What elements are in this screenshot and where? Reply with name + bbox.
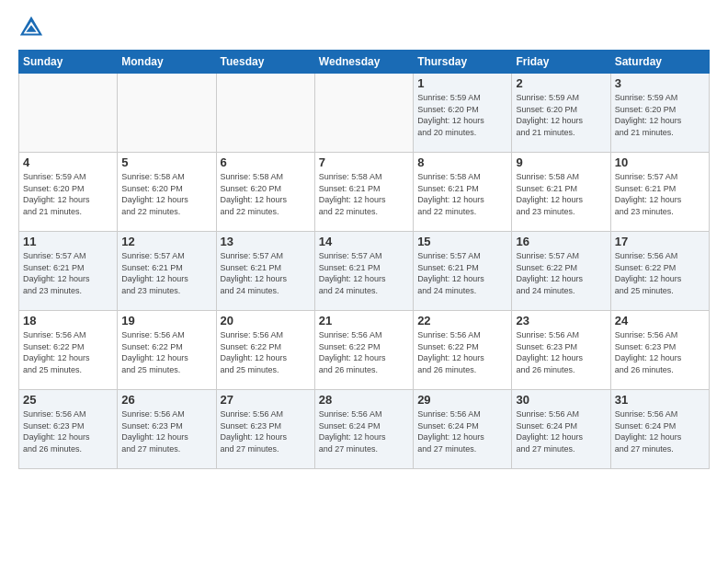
day-number: 19: [121, 314, 211, 327]
calendar-cell: 14Sunrise: 5:57 AM Sunset: 6:21 PM Dayli…: [314, 232, 413, 311]
day-info: Sunrise: 5:57 AM Sunset: 6:22 PM Dayligh…: [516, 250, 606, 296]
calendar-cell: 12Sunrise: 5:57 AM Sunset: 6:21 PM Dayli…: [118, 232, 216, 311]
calendar-week-row: 1Sunrise: 5:59 AM Sunset: 6:20 PM Daylig…: [19, 74, 710, 153]
day-info: Sunrise: 5:56 AM Sunset: 6:23 PM Dayligh…: [121, 408, 211, 454]
calendar-cell: 6Sunrise: 5:58 AM Sunset: 6:20 PM Daylig…: [216, 153, 314, 232]
day-info: Sunrise: 5:58 AM Sunset: 6:21 PM Dayligh…: [417, 171, 507, 217]
day-number: 31: [615, 393, 705, 407]
day-number: 3: [615, 76, 705, 90]
day-number: 4: [23, 155, 113, 169]
calendar-cell: 13Sunrise: 5:57 AM Sunset: 6:21 PM Dayli…: [216, 232, 314, 311]
calendar-cell: 18Sunrise: 5:56 AM Sunset: 6:22 PM Dayli…: [19, 311, 118, 390]
day-info: Sunrise: 5:58 AM Sunset: 6:21 PM Dayligh…: [516, 171, 606, 217]
day-info: Sunrise: 5:56 AM Sunset: 6:24 PM Dayligh…: [417, 408, 507, 454]
logo-icon: [18, 15, 44, 40]
calendar-cell: [118, 74, 216, 153]
day-info: Sunrise: 5:58 AM Sunset: 6:20 PM Dayligh…: [121, 171, 211, 217]
logo: [18, 15, 48, 40]
calendar-header-thursday: Thursday: [414, 51, 512, 74]
day-info: Sunrise: 5:56 AM Sunset: 6:23 PM Dayligh…: [221, 408, 311, 454]
calendar-week-row: 11Sunrise: 5:57 AM Sunset: 6:21 PM Dayli…: [19, 232, 710, 311]
day-number: 13: [221, 235, 311, 248]
calendar-cell: 29Sunrise: 5:56 AM Sunset: 6:24 PM Dayli…: [414, 390, 512, 469]
day-info: Sunrise: 5:56 AM Sunset: 6:23 PM Dayligh…: [23, 408, 113, 454]
day-number: 17: [615, 235, 705, 248]
day-info: Sunrise: 5:56 AM Sunset: 6:22 PM Dayligh…: [615, 250, 705, 296]
calendar-cell: 23Sunrise: 5:56 AM Sunset: 6:23 PM Dayli…: [512, 311, 610, 390]
calendar-cell: 27Sunrise: 5:56 AM Sunset: 6:23 PM Dayli…: [216, 390, 314, 469]
day-number: 22: [417, 314, 507, 327]
day-info: Sunrise: 5:56 AM Sunset: 6:24 PM Dayligh…: [516, 408, 606, 454]
day-info: Sunrise: 5:56 AM Sunset: 6:22 PM Dayligh…: [23, 329, 113, 375]
calendar-cell: 21Sunrise: 5:56 AM Sunset: 6:22 PM Dayli…: [314, 311, 413, 390]
day-number: 12: [121, 235, 211, 248]
day-number: 5: [121, 155, 211, 169]
day-number: 18: [23, 314, 113, 327]
calendar-cell: 7Sunrise: 5:58 AM Sunset: 6:21 PM Daylig…: [314, 153, 413, 232]
calendar-table: SundayMondayTuesdayWednesdayThursdayFrid…: [18, 50, 710, 469]
calendar-cell: 26Sunrise: 5:56 AM Sunset: 6:23 PM Dayli…: [118, 390, 216, 469]
calendar-cell: [216, 74, 314, 153]
day-number: 15: [417, 235, 507, 248]
day-info: Sunrise: 5:56 AM Sunset: 6:23 PM Dayligh…: [516, 329, 606, 375]
day-number: 28: [319, 393, 409, 407]
calendar-cell: 19Sunrise: 5:56 AM Sunset: 6:22 PM Dayli…: [118, 311, 216, 390]
day-number: 25: [23, 393, 113, 407]
calendar-cell: 1Sunrise: 5:59 AM Sunset: 6:20 PM Daylig…: [414, 74, 512, 153]
calendar-cell: 16Sunrise: 5:57 AM Sunset: 6:22 PM Dayli…: [512, 232, 610, 311]
day-number: 26: [121, 393, 211, 407]
calendar-cell: 8Sunrise: 5:58 AM Sunset: 6:21 PM Daylig…: [414, 153, 512, 232]
day-info: Sunrise: 5:57 AM Sunset: 6:21 PM Dayligh…: [121, 250, 211, 296]
calendar-cell: 30Sunrise: 5:56 AM Sunset: 6:24 PM Dayli…: [512, 390, 610, 469]
calendar-cell: 3Sunrise: 5:59 AM Sunset: 6:20 PM Daylig…: [610, 74, 709, 153]
day-info: Sunrise: 5:56 AM Sunset: 6:22 PM Dayligh…: [319, 329, 409, 375]
calendar-cell: 22Sunrise: 5:56 AM Sunset: 6:22 PM Dayli…: [414, 311, 512, 390]
calendar-cell: 24Sunrise: 5:56 AM Sunset: 6:23 PM Dayli…: [610, 311, 709, 390]
header: [18, 15, 710, 40]
day-number: 2: [516, 76, 606, 90]
day-number: 20: [221, 314, 311, 327]
calendar-week-row: 4Sunrise: 5:59 AM Sunset: 6:20 PM Daylig…: [19, 153, 710, 232]
calendar-cell: 20Sunrise: 5:56 AM Sunset: 6:22 PM Dayli…: [216, 311, 314, 390]
day-number: 10: [615, 155, 705, 169]
day-info: Sunrise: 5:56 AM Sunset: 6:24 PM Dayligh…: [319, 408, 409, 454]
day-number: 21: [319, 314, 409, 327]
calendar-cell: [19, 74, 118, 153]
calendar-cell: 17Sunrise: 5:56 AM Sunset: 6:22 PM Dayli…: [610, 232, 709, 311]
calendar-cell: 9Sunrise: 5:58 AM Sunset: 6:21 PM Daylig…: [512, 153, 610, 232]
calendar-cell: 28Sunrise: 5:56 AM Sunset: 6:24 PM Dayli…: [314, 390, 413, 469]
calendar-header-saturday: Saturday: [610, 51, 709, 74]
calendar-cell: 5Sunrise: 5:58 AM Sunset: 6:20 PM Daylig…: [118, 153, 216, 232]
day-info: Sunrise: 5:56 AM Sunset: 6:22 PM Dayligh…: [417, 329, 507, 375]
day-info: Sunrise: 5:57 AM Sunset: 6:21 PM Dayligh…: [319, 250, 409, 296]
calendar-header-monday: Monday: [118, 51, 216, 74]
day-number: 6: [221, 155, 311, 169]
calendar-cell: 15Sunrise: 5:57 AM Sunset: 6:21 PM Dayli…: [414, 232, 512, 311]
day-number: 1: [417, 76, 507, 90]
page: SundayMondayTuesdayWednesdayThursdayFrid…: [0, 0, 728, 563]
day-number: 14: [319, 235, 409, 248]
day-number: 9: [516, 155, 606, 169]
day-info: Sunrise: 5:56 AM Sunset: 6:22 PM Dayligh…: [121, 329, 211, 375]
calendar-cell: 11Sunrise: 5:57 AM Sunset: 6:21 PM Dayli…: [19, 232, 118, 311]
day-number: 27: [221, 393, 311, 407]
day-info: Sunrise: 5:59 AM Sunset: 6:20 PM Dayligh…: [417, 92, 507, 138]
calendar-week-row: 18Sunrise: 5:56 AM Sunset: 6:22 PM Dayli…: [19, 311, 710, 390]
day-number: 11: [23, 235, 113, 248]
day-info: Sunrise: 5:57 AM Sunset: 6:21 PM Dayligh…: [417, 250, 507, 296]
day-number: 16: [516, 235, 606, 248]
day-info: Sunrise: 5:59 AM Sunset: 6:20 PM Dayligh…: [615, 92, 705, 138]
day-number: 7: [319, 155, 409, 169]
day-number: 24: [615, 314, 705, 327]
calendar-header-sunday: Sunday: [19, 51, 118, 74]
calendar-header-row: SundayMondayTuesdayWednesdayThursdayFrid…: [19, 51, 710, 74]
day-info: Sunrise: 5:58 AM Sunset: 6:20 PM Dayligh…: [221, 171, 311, 217]
calendar-header-friday: Friday: [512, 51, 610, 74]
calendar-header-tuesday: Tuesday: [216, 51, 314, 74]
day-info: Sunrise: 5:58 AM Sunset: 6:21 PM Dayligh…: [319, 171, 409, 217]
day-info: Sunrise: 5:57 AM Sunset: 6:21 PM Dayligh…: [221, 250, 311, 296]
day-info: Sunrise: 5:59 AM Sunset: 6:20 PM Dayligh…: [23, 171, 113, 217]
calendar-cell: 10Sunrise: 5:57 AM Sunset: 6:21 PM Dayli…: [610, 153, 709, 232]
day-info: Sunrise: 5:57 AM Sunset: 6:21 PM Dayligh…: [23, 250, 113, 296]
calendar-header-wednesday: Wednesday: [314, 51, 413, 74]
